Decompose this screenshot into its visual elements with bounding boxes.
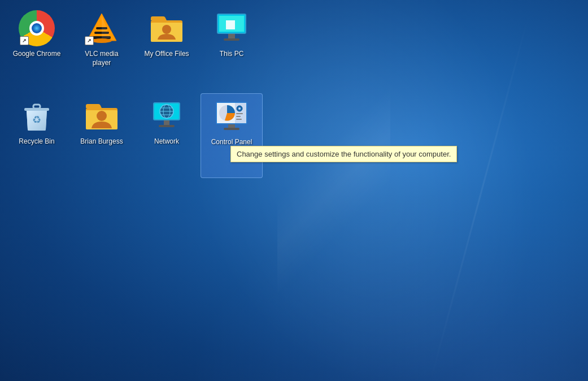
svg-rect-14	[224, 38, 239, 41]
svg-rect-20	[33, 105, 40, 109]
desktop[interactable]: ↗ Google Chrome ↗	[0, 0, 588, 381]
recycle-bin-label: Recycle Bin	[19, 137, 54, 146]
control-panel-tooltip: Change settings and customize the functi…	[230, 146, 457, 162]
vlc-label: VLC media player	[76, 50, 127, 67]
svg-rect-42	[236, 116, 241, 117]
desktop-icon-google-chrome[interactable]: ↗ Google Chrome	[6, 6, 68, 90]
svg-rect-17	[230, 20, 235, 25]
desktop-icon-brian-burgess[interactable]: Brian Burgess	[71, 93, 133, 178]
desktop-icon-my-office-files[interactable]: My Office Files	[136, 6, 198, 90]
google-chrome-icon: ↗	[19, 10, 55, 46]
svg-point-9	[162, 25, 171, 34]
svg-rect-15	[226, 20, 230, 25]
tooltip-text: Change settings and customize the functi…	[237, 150, 451, 158]
svg-rect-18	[230, 25, 235, 29]
my-office-files-icon	[149, 10, 185, 46]
svg-text:♻: ♻	[32, 114, 41, 125]
network-label: Network	[154, 137, 179, 146]
google-chrome-label: Google Chrome	[13, 50, 61, 59]
vlc-icon: ↗	[84, 10, 120, 46]
desktop-icon-this-pc[interactable]: This PC	[201, 6, 263, 90]
brian-burgess-icon	[84, 98, 120, 134]
svg-point-6	[92, 38, 112, 43]
svg-rect-32	[164, 120, 169, 125]
brian-burgess-label: Brian Burgess	[80, 137, 123, 146]
svg-rect-43	[236, 119, 242, 120]
control-panel-icon	[214, 98, 250, 135]
desktop-icon-network[interactable]: Network	[136, 93, 198, 178]
svg-rect-33	[159, 125, 175, 127]
svg-rect-13	[228, 34, 235, 38]
svg-rect-41	[236, 113, 243, 114]
svg-rect-16	[226, 25, 230, 29]
svg-point-40	[238, 107, 241, 110]
shortcut-arrow-vlc: ↗	[85, 36, 94, 45]
my-office-files-label: My Office Files	[144, 50, 189, 59]
svg-rect-45	[224, 128, 239, 130]
recycle-bin-icon: ♻	[19, 98, 55, 134]
desktop-icons-grid: ↗ Google Chrome ↗	[6, 6, 263, 178]
shortcut-arrow: ↗	[20, 36, 29, 45]
this-pc-icon	[214, 10, 250, 46]
desktop-icon-control-panel[interactable]: Control Panel	[201, 93, 263, 178]
network-icon	[149, 98, 185, 134]
this-pc-label: This PC	[220, 50, 244, 59]
svg-rect-44	[228, 124, 235, 128]
desktop-icon-recycle-bin[interactable]: ♻ Recycle Bin	[6, 93, 68, 178]
svg-point-24	[97, 111, 107, 121]
desktop-icon-vlc[interactable]: ↗ VLC media player	[71, 6, 133, 90]
